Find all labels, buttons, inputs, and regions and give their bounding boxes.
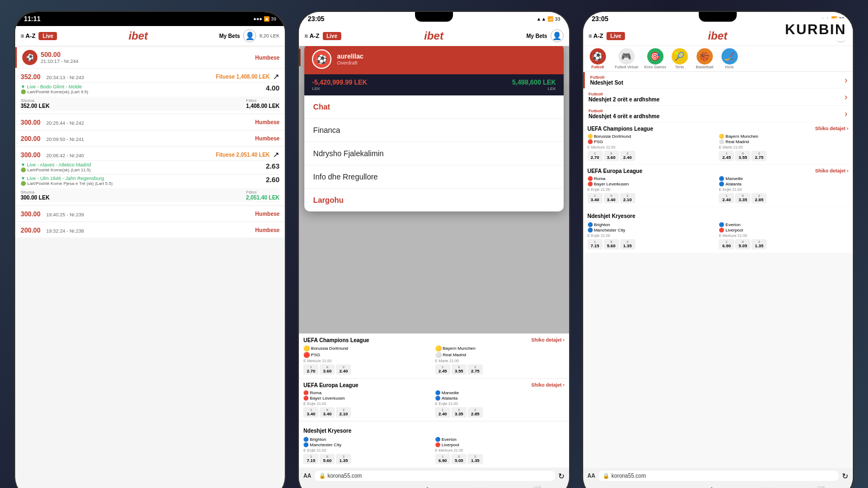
p3-el-odd-x[interactable]: X3.40 — [604, 193, 619, 203]
bet4-amount: 200.00 — [21, 135, 41, 143]
bet5-share[interactable]: ↗ — [273, 150, 279, 159]
p3-cl-odd-1b[interactable]: 12.45 — [719, 151, 734, 161]
p3-el-odd-2b[interactable]: 22.85 — [751, 193, 767, 203]
menu-largohu[interactable]: Largohu — [304, 189, 563, 211]
p3-bookmarks[interactable]: 📖 — [761, 486, 770, 488]
p3-kr-odd-x[interactable]: X5.60 — [604, 239, 619, 249]
p3-champions-shiko[interactable]: Shiko detajet › — [815, 126, 848, 132]
p1-mybets[interactable]: My Bets — [219, 33, 240, 39]
odd-btn-1b[interactable]: 12.45 — [435, 364, 450, 375]
p2-champions-shiko[interactable]: Shiko detajet › — [531, 337, 565, 343]
p3-kr-odd-xb[interactable]: X5.05 — [735, 239, 750, 249]
p3-refresh[interactable]: ↻ — [842, 472, 848, 480]
kr-odd-2[interactable]: 21.35 — [336, 454, 351, 464]
p1-nav-menu[interactable]: ≡ A-Z — [21, 33, 35, 39]
p3-time: 23:05 — [592, 15, 609, 23]
menu-chat[interactable]: Chat — [304, 95, 563, 119]
p3-live-badge[interactable]: Live — [607, 32, 625, 40]
p3-kr-odd-1[interactable]: 17.15 — [588, 239, 603, 249]
el-odd-2b[interactable]: 22.85 — [468, 407, 483, 418]
p3-kr-odd-2[interactable]: 21.35 — [620, 239, 635, 249]
bet6-amount: 300.00 — [21, 210, 41, 218]
p3-kr-time1: E Enjte 21:00 — [588, 234, 717, 237]
p1-live-badge[interactable]: Live — [39, 32, 57, 40]
kr-odd-1b[interactable]: 16.90 — [435, 454, 450, 464]
p2-nav-menu[interactable]: ≡ A-Z — [304, 33, 319, 39]
p3-kr-time2: E Merkure 21:00 — [719, 234, 848, 237]
p2-mybets[interactable]: My Bets — [526, 33, 547, 39]
el-odd-1b[interactable]: 12.40 — [435, 407, 450, 418]
p3-cl-odd-1[interactable]: 12.70 — [588, 151, 603, 161]
p3-cl-odd-x[interactable]: X3.60 — [604, 151, 619, 161]
p3-cl-odd-2[interactable]: 22.40 — [620, 151, 635, 161]
p3-el-odd-xb[interactable]: X3.35 — [735, 193, 750, 203]
p3-cl-time2: E Marte 21:00 — [719, 145, 848, 149]
bet7-amount: 200.00 — [21, 227, 41, 234]
sport-hockey[interactable]: 🏒 Hock — [720, 48, 739, 69]
p3-nav-menu[interactable]: ≡ A-Z — [589, 33, 603, 39]
p3-cl-odd-2b[interactable]: 22.75 — [751, 151, 767, 161]
el-odd-1[interactable]: 13.40 — [303, 407, 318, 418]
bet2-share[interactable]: ↗ — [273, 72, 279, 81]
p3-el-odd-1b[interactable]: 12.40 — [719, 193, 734, 203]
p2-refresh[interactable]: ↻ — [558, 472, 565, 480]
p2-share[interactable]: ⬆ — [424, 486, 431, 488]
p2-m1-time: E Merkure 21:00 — [303, 359, 433, 363]
p3-kr-odd-2b[interactable]: 21.35 — [751, 239, 767, 249]
p2-europa-shiko[interactable]: Shiko detajet › — [531, 382, 565, 388]
p3-url[interactable]: korona55.com — [611, 473, 646, 479]
p2-user-icon[interactable]: 👤 — [551, 29, 564, 42]
p1-status-icons: ●●● 🔼 39 — [253, 16, 276, 22]
p3-el-odd-2[interactable]: 22.10 — [620, 193, 635, 203]
sport-kiron[interactable]: 🎯 Kiron Games — [643, 48, 668, 69]
p3-europa-shiko[interactable]: Shiko detajet › — [815, 168, 848, 174]
p1-user-icon[interactable]: 👤 — [243, 29, 256, 42]
p3-kr-odd-1b[interactable]: 16.90 — [719, 239, 734, 249]
p2-europa-title: UEFA Europa League — [303, 382, 358, 388]
sport-futboll[interactable]: ⚽ Futboll — [585, 48, 610, 69]
p2-url[interactable]: korona55.com — [328, 473, 362, 479]
p2-tabs[interactable]: ⬜ — [532, 486, 541, 488]
sport-basketball[interactable]: 🏀 Basketball — [692, 48, 718, 69]
bet-row-2: 352.00 20:34:13 - Nr.243 Fituese 1,408.0… — [15, 69, 285, 113]
phone-1: 11:11 ●●● 🔼 39 ≡ A-Z Live ibet My Bets 👤… — [14, 11, 286, 488]
p3-el-odd-1[interactable]: 13.40 — [588, 193, 603, 203]
bet2-time: 20:34:13 - Nr.243 — [46, 75, 84, 80]
bet-row-3: 300.00 20:25:44 - Nr.242 Humbese — [15, 114, 285, 130]
p2-live-badge[interactable]: Live — [323, 32, 341, 40]
el-odd-2[interactable]: 22.10 — [336, 407, 351, 418]
bet5-odds2: 2.60 — [266, 176, 279, 186]
bet5-sub4: 🟢 Lart/Poshtë Korne Pjesa e Trë (sk) (La… — [21, 181, 113, 186]
p3-share[interactable]: ⬆ — [709, 486, 715, 488]
p2-el-time1: E Enjte 21:00 — [303, 402, 433, 406]
el-odd-x[interactable]: X3.40 — [320, 407, 335, 418]
menu-info[interactable]: Info dhe Rregullore — [304, 165, 563, 189]
sport-futboll-virtual[interactable]: 🎮 Futboll Virtual — [612, 48, 641, 69]
odd-btn-x[interactable]: X3.60 — [320, 364, 335, 375]
p3-champions-title: UEFA Champions League — [588, 126, 653, 132]
kr-odd-x[interactable]: X5.60 — [320, 454, 335, 464]
p2-forward[interactable]: › — [376, 486, 379, 488]
p2-bookmarks[interactable]: 📖 — [476, 486, 486, 488]
odd-btn-1[interactable]: 12.70 — [303, 364, 318, 375]
menu-financa[interactable]: Financa — [304, 119, 563, 142]
el-odd-xb[interactable]: X3.35 — [451, 407, 467, 418]
p3-el-time1: E Enjte 21:00 — [588, 188, 717, 191]
p3-tabs[interactable]: ⬜ — [815, 486, 825, 488]
odd-btn-2b[interactable]: 22.75 — [468, 364, 483, 375]
phone-2: 23:05 ▲▲ 📶 33 ≡ A-Z Live ibet My Bets 👤 — [298, 11, 570, 488]
p2-el-t1: Roma — [310, 390, 321, 395]
p2-back[interactable]: ‹ — [327, 486, 330, 488]
p3-cl-odd-xb[interactable]: X3.55 — [735, 151, 750, 161]
odd-btn-2[interactable]: 22.40 — [336, 364, 351, 375]
kr-odd-1[interactable]: 17.15 — [303, 454, 318, 464]
p3-aa[interactable]: AA — [588, 473, 595, 479]
odd-btn-xb[interactable]: X3.55 — [451, 364, 467, 375]
p2-aa[interactable]: AA — [303, 473, 311, 479]
kr-odd-xb[interactable]: X5.05 — [451, 454, 467, 464]
p3-forward[interactable]: › — [660, 486, 662, 488]
sport-tenis[interactable]: 🎾 Tenis — [670, 48, 690, 69]
menu-ndrysho[interactable]: Ndrysho Fjalekalimin — [304, 142, 563, 165]
kr-odd-2b[interactable]: 21.35 — [468, 454, 483, 464]
p3-back[interactable]: ‹ — [611, 486, 614, 488]
